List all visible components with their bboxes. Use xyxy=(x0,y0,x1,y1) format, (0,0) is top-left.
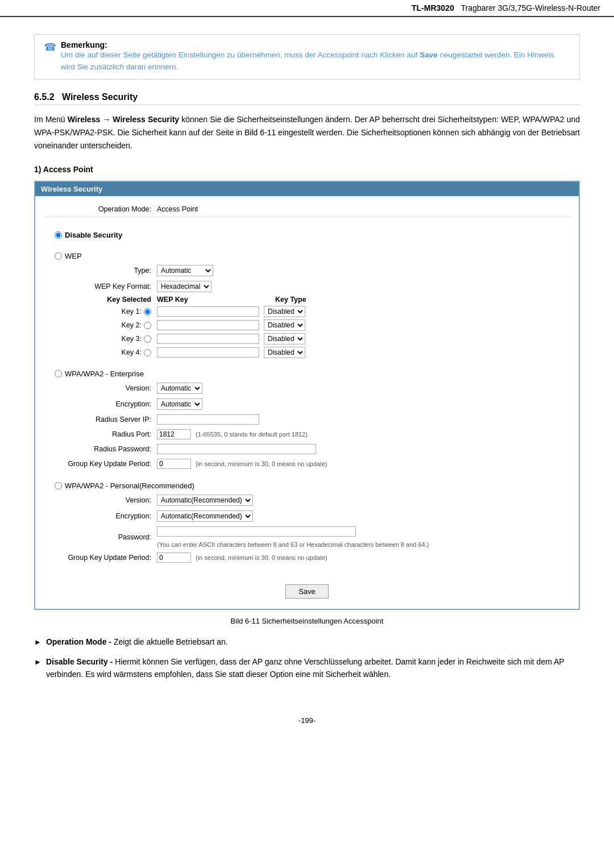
bullet-item-operation-mode: ► Operation Mode - Zeigt die aktuelle Be… xyxy=(34,636,580,649)
bullet-item-disable-security: ► Disable Security - Hiermit können Sie … xyxy=(34,655,580,681)
pers-password-row: Password: (You can enter ASCII character… xyxy=(43,524,571,550)
wpa-enterprise-radio-row: WPA/WPA2 - Enterprise xyxy=(43,365,571,380)
key3-type-select[interactable]: Disabled 64bit 128bit 152bit xyxy=(264,333,305,344)
pers-version-col: Automatic(Recommended) WPA WPA2 xyxy=(157,495,571,506)
radius-ip-row: Radius Server IP: xyxy=(43,412,571,427)
pers-password-label: Password: xyxy=(43,533,157,541)
pers-encryption-col: Automatic(Recommended) TKIP AES xyxy=(157,510,571,522)
key2-type-select[interactable]: Disabled 64bit 128bit 152bit xyxy=(264,319,305,331)
group-key-ent-col: (in second, minimum is 30, 0 means no up… xyxy=(157,459,571,469)
save-row: Save xyxy=(43,576,571,603)
page-content: ☎ Bemerkung: Um die auf dieser Seite get… xyxy=(0,28,614,705)
wireless-security-body: Operation Mode: Access Point Disable Sec… xyxy=(35,196,579,609)
ent-encryption-select[interactable]: Automatic TKIP AES xyxy=(157,398,202,410)
group-key-pers-col: (in second, minimum is 30, 0 means no up… xyxy=(157,553,571,563)
radius-password-col xyxy=(157,444,571,454)
keys-header-row: Key Selected WEP Key Key Type xyxy=(43,294,571,305)
key2-radio[interactable] xyxy=(144,322,151,329)
key2-input[interactable] xyxy=(157,320,259,330)
key1-row: Key 1: Disabled 64bit 128bit 152bit xyxy=(43,305,571,318)
radius-port-row: Radius Port: (1-65535, 0 stands for defa… xyxy=(43,427,571,442)
type-select[interactable]: Automatic Open System Shared Key xyxy=(157,265,213,276)
radius-port-col: (1-65535, 0 stands for default port 1812… xyxy=(157,429,571,439)
group-key-pers-input[interactable] xyxy=(157,553,191,563)
wep-key-format-label: WEP Key Format: xyxy=(43,283,157,290)
bullet-text-1: Operation Mode - Zeigt die aktuelle Betr… xyxy=(46,636,580,648)
ent-version-row: Version: Automatic WPA WPA2 xyxy=(43,380,571,396)
radius-port-input[interactable] xyxy=(157,429,191,439)
key-selected-header: Key Selected xyxy=(43,296,157,304)
radius-password-input[interactable] xyxy=(157,444,316,454)
key2-label: Key 2: xyxy=(43,321,157,329)
operation-mode-text: Access Point xyxy=(157,205,198,213)
key4-type-select[interactable]: Disabled 64bit 128bit 152bit xyxy=(264,347,305,358)
key3-input[interactable] xyxy=(157,334,259,344)
subsection-title: 1) Access Point xyxy=(34,165,580,174)
ent-encryption-label: Encryption: xyxy=(43,400,157,408)
wireless-security-header: Wireless Security xyxy=(35,182,579,196)
pers-version-row: Version: Automatic(Recommended) WPA WPA2 xyxy=(43,492,571,508)
operation-mode-label: Operation Mode: xyxy=(43,205,157,213)
pers-password-col: (You can enter ASCII characters between … xyxy=(157,526,571,548)
key3-radio[interactable] xyxy=(144,335,151,343)
key1-label: Key 1: xyxy=(43,308,157,315)
body-text: Im Menü Wireless → Wireless Security kön… xyxy=(34,113,580,152)
bullet-arrow-2: ► xyxy=(34,657,42,668)
bullet-section: ► Operation Mode - Zeigt die aktuelle Be… xyxy=(34,636,580,681)
pers-encryption-select[interactable]: Automatic(Recommended) TKIP AES xyxy=(157,510,253,522)
pers-version-select[interactable]: Automatic(Recommended) WPA WPA2 xyxy=(157,495,253,506)
key1-input[interactable] xyxy=(157,306,259,317)
wpa-personal-radio[interactable] xyxy=(55,482,62,489)
group-key-ent-hint: (in second, minimum is 30, 0 means no up… xyxy=(196,460,327,467)
radius-ip-col xyxy=(157,414,571,425)
bullet-text-2: Disable Security - Hiermit können Sie ve… xyxy=(46,655,580,681)
wpa-enterprise-label: WPA/WPA2 - Enterprise xyxy=(65,369,144,378)
wpa-enterprise-radio[interactable] xyxy=(55,370,62,377)
wep-label: WEP xyxy=(65,252,82,260)
key1-radio[interactable] xyxy=(144,308,151,315)
type-label: Type: xyxy=(43,267,157,275)
disable-security-row: Disable Security xyxy=(43,226,571,242)
key4-input[interactable] xyxy=(157,347,259,358)
disable-security-label: Disable Security xyxy=(65,231,122,239)
disable-security-radio[interactable] xyxy=(55,231,62,239)
note-box: ☎ Bemerkung: Um die auf dieser Seite get… xyxy=(34,34,580,80)
key3-row: Key 3: Disabled 64bit 128bit 152bit xyxy=(43,332,571,346)
page-header: TL-MR3020 Tragbarer 3G/3,75G-Wireless-N-… xyxy=(0,0,614,17)
radius-password-row: Radius Password: xyxy=(43,442,571,456)
group-key-pers-label: Group Key Update Period: xyxy=(43,554,157,562)
radius-port-label: Radius Port: xyxy=(43,430,157,438)
ent-version-select[interactable]: Automatic WPA WPA2 xyxy=(157,383,202,394)
radius-ip-label: Radius Server IP: xyxy=(43,416,157,423)
save-button[interactable]: Save xyxy=(285,584,329,599)
bullet-arrow-1: ► xyxy=(34,637,42,649)
header-title: Tragbarer 3G/3,75G-Wireless-N-Router xyxy=(461,3,600,13)
group-key-pers-hint: (in second, minimum is 30, 0 means no up… xyxy=(196,554,327,561)
model-number: TL-MR3020 xyxy=(412,3,454,13)
group-key-pers-row: Group Key Update Period: (in second, min… xyxy=(43,550,571,565)
pers-password-input[interactable] xyxy=(157,526,356,537)
radius-password-label: Radius Password: xyxy=(43,445,157,453)
key4-radio[interactable] xyxy=(144,349,151,356)
wep-key-format-select[interactable]: Hexadecimal ASCII xyxy=(157,281,211,292)
note-content: Bemerkung: Um die auf dieser Seite getät… xyxy=(61,40,570,73)
type-value-col: Automatic Open System Shared Key xyxy=(157,265,571,276)
key2-row: Key 2: Disabled 64bit 128bit 152bit xyxy=(43,318,571,332)
pers-encryption-label: Encryption: xyxy=(43,512,157,520)
page-number: -199- xyxy=(298,716,316,725)
group-key-ent-input[interactable] xyxy=(157,459,191,469)
figure-caption: Bild 6-11 Sicherheitseinstellungen Acces… xyxy=(34,617,580,625)
group-key-ent-label: Group Key Update Period: xyxy=(43,460,157,468)
section-heading: 6.5.2 Wireless Security xyxy=(34,92,580,105)
pers-version-label: Version: xyxy=(43,496,157,504)
note-label: Bemerkung: xyxy=(61,40,107,49)
radius-ip-input[interactable] xyxy=(157,414,259,425)
key1-type-select[interactable]: Disabled 64bit 128bit 152bit xyxy=(264,306,305,317)
wep-radio[interactable] xyxy=(55,252,62,260)
key4-label: Key 4: xyxy=(43,348,157,356)
wep-key-format-col: Hexadecimal ASCII xyxy=(157,281,571,292)
wep-key-header: WEP Key xyxy=(157,296,271,304)
ent-version-col: Automatic WPA WPA2 xyxy=(157,383,571,394)
ent-encryption-row: Encryption: Automatic TKIP AES xyxy=(43,396,571,412)
ent-encryption-col: Automatic TKIP AES xyxy=(157,398,571,410)
